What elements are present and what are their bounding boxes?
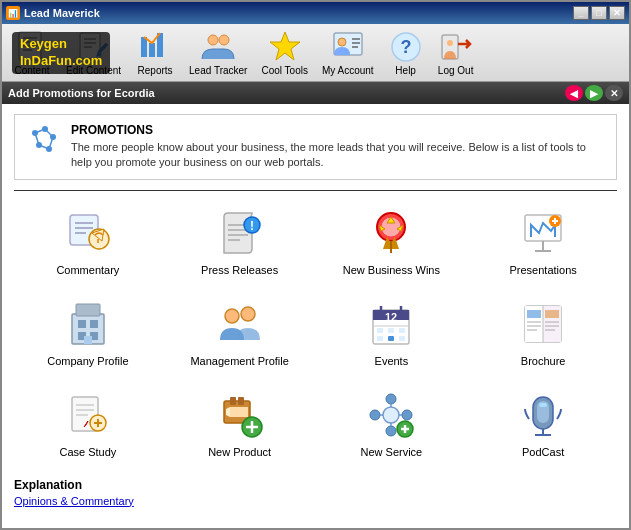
svg-point-103 xyxy=(386,394,396,404)
svg-text:12: 12 xyxy=(385,311,397,323)
svg-text:!: ! xyxy=(250,219,254,233)
address-bar: Add Promotions for Ecordia ◀ ▶ ✕ xyxy=(2,82,629,104)
grid-item-new-service[interactable]: New Service xyxy=(318,383,466,464)
log-out-icon xyxy=(438,29,474,65)
nav-buttons: ◀ ▶ ✕ xyxy=(565,85,623,101)
svg-text:?: ? xyxy=(400,37,411,57)
new-product-label: New Product xyxy=(208,446,271,458)
grid-item-case-study[interactable]: Case Study xyxy=(14,383,162,464)
toolbar-item-cool-tools[interactable]: Cool Tools xyxy=(255,27,314,78)
grid-item-new-product[interactable]: New Product xyxy=(166,383,314,464)
events-icon: 12 xyxy=(365,298,417,350)
grid-item-company-profile[interactable]: Company Profile xyxy=(14,292,162,373)
explanation-link[interactable]: Opinions & Commentary xyxy=(14,495,134,507)
svg-rect-57 xyxy=(78,320,86,328)
case-study-label: Case Study xyxy=(59,446,116,458)
explanation-title: Explanation xyxy=(14,478,617,492)
svg-rect-10 xyxy=(149,43,155,57)
address-bar-text: Add Promotions for Ecordia xyxy=(8,87,155,99)
company-profile-label: Company Profile xyxy=(47,355,128,367)
log-out-label: Log Out xyxy=(438,65,474,76)
svg-point-104 xyxy=(386,426,396,436)
grid-item-presentations[interactable]: Presentations xyxy=(469,201,617,282)
new-service-label: New Service xyxy=(361,446,423,458)
podcast-label: PodCast xyxy=(522,446,564,458)
toolbar-item-edit-content[interactable]: Edit Content xyxy=(60,27,127,78)
svg-rect-58 xyxy=(90,320,98,328)
company-profile-icon xyxy=(62,298,114,350)
new-business-wins-label: New Business Wins xyxy=(343,264,440,276)
svg-point-105 xyxy=(370,410,380,420)
management-profile-icon xyxy=(214,298,266,350)
toolbar-item-help[interactable]: ? Help xyxy=(382,27,430,78)
toolbar-item-log-out[interactable]: Log Out xyxy=(432,27,480,78)
svg-rect-56 xyxy=(76,304,100,316)
svg-rect-72 xyxy=(399,328,405,333)
minimize-button[interactable]: _ xyxy=(573,6,589,20)
svg-rect-73 xyxy=(377,336,383,341)
reports-label: Reports xyxy=(138,65,173,76)
main-window: Keygen InDaFun.com 📊 Lead Maverick _ □ ✕ xyxy=(0,0,631,530)
nav-close-button[interactable]: ✕ xyxy=(605,85,623,101)
reports-icon xyxy=(137,29,173,65)
help-label: Help xyxy=(395,65,416,76)
case-study-icon xyxy=(62,389,114,441)
podcast-icon xyxy=(517,389,569,441)
toolbar-item-lead-tracker[interactable]: Lead Tracker xyxy=(183,27,253,78)
toolbar-item-my-account[interactable]: My Account xyxy=(316,27,380,78)
svg-point-12 xyxy=(208,35,218,45)
press-releases-icon: ! xyxy=(214,207,266,259)
promotions-header: PROMOTIONS The more people know about yo… xyxy=(14,114,617,180)
edit-content-label: Edit Content xyxy=(66,65,121,76)
close-button[interactable]: ✕ xyxy=(609,6,625,20)
new-product-icon xyxy=(214,389,266,441)
icon-grid: Commentary ! xyxy=(14,201,617,464)
maximize-button[interactable]: □ xyxy=(591,6,607,20)
cool-tools-label: Cool Tools xyxy=(261,65,308,76)
lead-tracker-icon xyxy=(200,29,236,65)
content-area: PROMOTIONS The more people know about yo… xyxy=(2,104,629,528)
svg-rect-61 xyxy=(84,336,92,344)
promotions-description: The more people know about your business… xyxy=(71,140,606,171)
grid-item-press-releases[interactable]: ! Press Releases xyxy=(166,201,314,282)
presentations-label: Presentations xyxy=(509,264,576,276)
nav-forward-button[interactable]: ▶ xyxy=(585,85,603,101)
presentations-icon xyxy=(517,207,569,259)
svg-rect-96 xyxy=(230,397,236,405)
svg-point-23 xyxy=(447,40,453,46)
svg-point-13 xyxy=(219,35,229,45)
nav-back-button[interactable]: ◀ xyxy=(565,85,583,101)
svg-rect-98 xyxy=(230,407,248,417)
svg-rect-71 xyxy=(388,328,394,333)
svg-rect-84 xyxy=(545,310,559,318)
grid-item-podcast[interactable]: PodCast xyxy=(469,383,617,464)
my-account-icon xyxy=(330,29,366,65)
toolbar-item-reports[interactable]: Reports xyxy=(129,27,181,78)
svg-rect-116 xyxy=(539,403,547,407)
svg-rect-9 xyxy=(141,37,147,57)
edit-content-icon xyxy=(76,29,112,65)
svg-point-16 xyxy=(338,38,346,46)
press-releases-label: Press Releases xyxy=(201,264,278,276)
grid-item-management-profile[interactable]: Management Profile xyxy=(166,292,314,373)
svg-marker-14 xyxy=(270,32,300,60)
svg-point-63 xyxy=(241,307,255,321)
svg-rect-75 xyxy=(399,336,405,341)
grid-item-brochure[interactable]: Brochure xyxy=(469,292,617,373)
main-content: PROMOTIONS The more people know about yo… xyxy=(2,104,629,528)
divider xyxy=(14,190,617,191)
title-bar: 📊 Lead Maverick _ □ ✕ xyxy=(2,2,629,24)
toolbar-item-content[interactable]: Content xyxy=(6,27,58,78)
promotions-title: PROMOTIONS xyxy=(71,123,606,137)
commentary-label: Commentary xyxy=(56,264,119,276)
grid-item-commentary[interactable]: Commentary xyxy=(14,201,162,282)
content-label: Content xyxy=(14,65,49,76)
svg-point-62 xyxy=(225,309,239,323)
promotions-icon xyxy=(25,123,61,159)
grid-item-events[interactable]: 12 Events xyxy=(318,292,466,373)
grid-item-new-business-wins[interactable]: New Business Wins xyxy=(318,201,466,282)
svg-rect-70 xyxy=(377,328,383,333)
toolbar: Content Edit Content xyxy=(2,24,629,82)
commentary-icon xyxy=(62,207,114,259)
events-label: Events xyxy=(375,355,409,367)
